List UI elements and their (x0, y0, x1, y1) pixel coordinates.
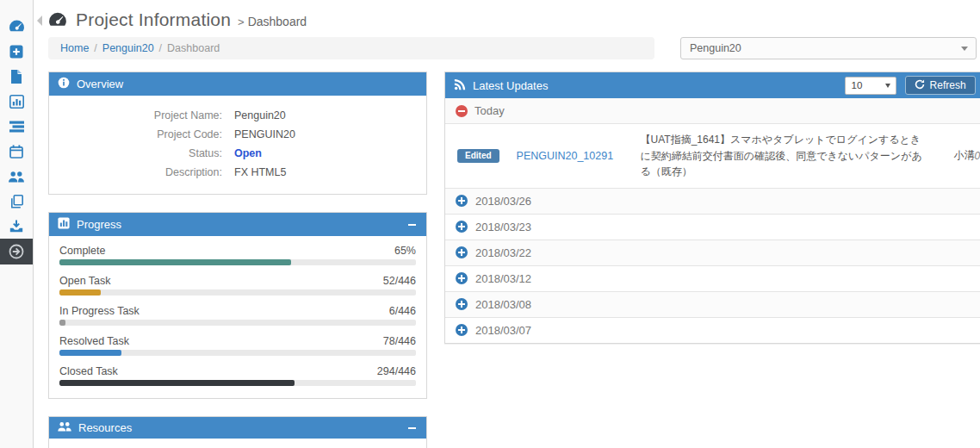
update-author: 小溝 (954, 148, 975, 163)
sidebar-item-tasks[interactable] (0, 114, 33, 139)
tasks-icon (9, 121, 24, 133)
sidebar-item-calendar[interactable] (0, 139, 33, 164)
users-icon (9, 171, 24, 183)
minus-circle-icon (456, 105, 468, 117)
tachometer-icon (48, 11, 67, 31)
progress-bar (59, 289, 416, 296)
updates-group-today[interactable]: Today (445, 98, 980, 124)
progress-panel-header: Progress (49, 213, 426, 236)
refresh-label: Refresh (930, 79, 966, 91)
page-title: Project Information (76, 9, 231, 30)
latest-updates-header: Latest Updates 10 Refresh (445, 72, 980, 98)
project-select[interactable]: Penguin20 (680, 37, 977, 59)
progress-value: 78/446 (383, 335, 416, 347)
progress-value: 6/446 (389, 305, 416, 317)
project-select-value: Penguin20 (681, 38, 953, 59)
project-name-value: Penguin20 (234, 106, 286, 125)
page-size-value: 10 (846, 80, 880, 90)
resources-panel-title: Resources (78, 421, 132, 434)
field-label: Status: (58, 144, 234, 163)
breadcrumb-project-link[interactable]: Penguin20 (102, 42, 154, 54)
plus-circle-icon (456, 298, 468, 310)
plus-circle-icon (456, 246, 468, 258)
plus-circle-icon (456, 324, 468, 336)
description-value: FX HTML5 (234, 163, 286, 182)
sidebar-item-dashboard[interactable] (0, 14, 33, 39)
progress-row: In Progress Task 6/446 (59, 305, 416, 326)
updates-group-date[interactable]: 2018/03/26 (445, 189, 980, 215)
toolbar: Home / Penguin20 / Dashboard Penguin20 (48, 37, 977, 59)
progress-row: Resolved Task 78/446 (59, 335, 416, 356)
breadcrumb-home-link[interactable]: Home (60, 42, 89, 54)
overview-field-row: Project Code: PENGUIN20 (58, 125, 418, 144)
arrow-circle-right-icon (9, 244, 24, 259)
progress-row: Complete 65% (59, 245, 416, 265)
updates-group-date[interactable]: 2018/03/22 (445, 240, 980, 266)
field-label: Project Name: (58, 106, 234, 125)
chevron-down-icon (880, 84, 896, 88)
progress-label: In Progress Task (59, 305, 140, 317)
updates-group-date[interactable]: 2018/03/07 (445, 318, 980, 343)
progress-bar (59, 320, 416, 326)
sidebar-item-download[interactable] (0, 214, 33, 239)
overview-panel-header: Overview (49, 72, 426, 96)
progress-value: 52/446 (383, 275, 416, 287)
bar-chart-icon (58, 217, 70, 232)
date-group-label: 2018/03/22 (475, 246, 531, 259)
rss-icon (454, 78, 466, 93)
sidebar-item-collapse-toggle[interactable] (0, 239, 33, 264)
progress-value: 65% (394, 245, 416, 257)
page-header: Project Information > Dashboard (41, 9, 977, 30)
date-group-label: 2018/03/12 (475, 272, 531, 285)
update-entry-row: Edited PENGUIN20_10291 【UAT指摘_1641】スマホやタ… (445, 124, 980, 189)
today-label: Today (474, 104, 505, 117)
breadcrumb-separator: / (94, 42, 96, 54)
overview-field-row: Description: FX HTML5 (58, 163, 418, 182)
resources-panel: Resources Name Role No resources assigne… (48, 416, 427, 448)
bar-chart-icon (9, 95, 24, 109)
plus-circle-icon (456, 195, 468, 207)
latest-updates-panel: Latest Updates 10 Refresh (444, 72, 980, 344)
resources-body: Name Role No resources assigned (49, 439, 426, 448)
overview-panel-title: Overview (77, 78, 123, 90)
sidebar-item-documents[interactable] (0, 64, 33, 89)
progress-panel-title: Progress (77, 218, 121, 231)
sidebar-item-copy[interactable] (0, 189, 33, 214)
updates-group-date[interactable]: 2018/03/08 (445, 292, 980, 318)
field-label: Description: (58, 163, 234, 182)
plus-circle-icon (456, 272, 468, 284)
breadcrumb: Home / Penguin20 / Dashboard (48, 37, 654, 59)
sidebar-item-add[interactable] (0, 39, 33, 64)
page-size-select[interactable]: 10 (845, 77, 896, 95)
breadcrumb-current: Dashboard (167, 42, 220, 54)
date-group-label: 2018/03/07 (475, 324, 531, 337)
progress-label: Resolved Task (59, 335, 129, 347)
progress-label: Open Task (59, 275, 111, 287)
ticket-link[interactable]: PENGUIN20_10291 (517, 150, 627, 162)
progress-value: 294/446 (377, 365, 416, 377)
project-code-value: PENGUIN20 (234, 125, 295, 144)
progress-row: Closed Task 294/446 (59, 365, 416, 386)
collapse-icon[interactable] (406, 219, 418, 231)
refresh-button[interactable]: Refresh (905, 76, 976, 95)
overview-field-row: Project Name: Penguin20 (58, 106, 418, 125)
progress-bar (59, 259, 416, 265)
overview-panel: Overview Project Name: Penguin20 Project… (48, 72, 427, 195)
updates-group-date[interactable]: 2018/03/23 (445, 215, 980, 240)
plus-circle-icon (456, 221, 468, 233)
sidebar-active-pointer (37, 16, 42, 26)
edited-badge: Edited (457, 149, 499, 163)
date-group-label: 2018/03/23 (475, 221, 531, 233)
update-description: 【UAT指摘_1641】スマホやタブレットでログインするときに契約締結前交付書面… (641, 132, 930, 180)
sidebar-item-reports[interactable] (0, 89, 33, 114)
overview-body: Project Name: Penguin20 Project Code: PE… (49, 96, 426, 194)
overview-field-row: Status: Open (58, 144, 418, 163)
updates-group-date[interactable]: 2018/03/12 (445, 266, 980, 292)
collapse-icon[interactable] (406, 422, 418, 434)
sidebar-item-team[interactable] (0, 164, 33, 189)
users-icon (58, 421, 71, 434)
status-value: Open (234, 144, 262, 163)
progress-panel: Progress Complete 65% (48, 212, 427, 399)
breadcrumb-separator: / (159, 42, 162, 54)
calendar-icon (9, 145, 23, 159)
